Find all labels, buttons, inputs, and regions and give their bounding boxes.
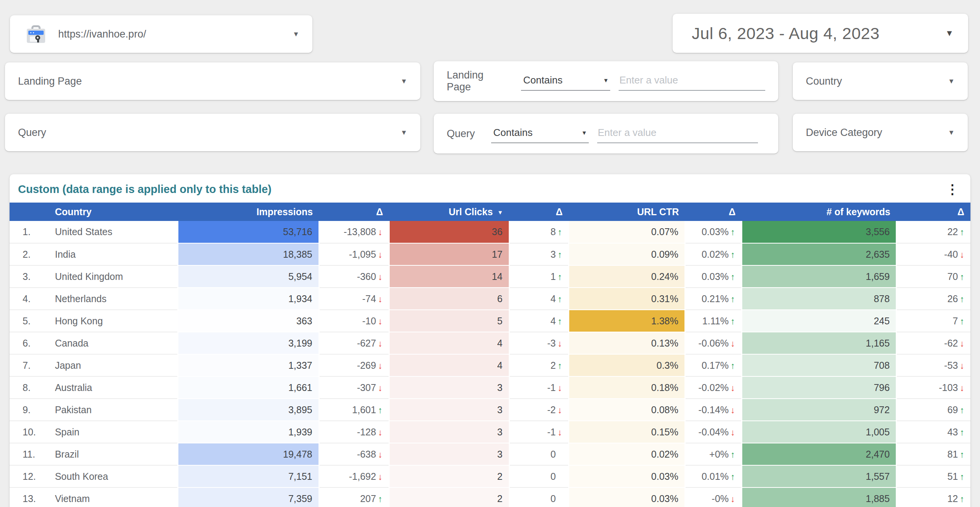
url-ctr-delta-cell: -0.14%↓ [685, 399, 742, 421]
query-condition-filter: Query Contains ▼ [434, 114, 778, 154]
table-row[interactable]: 12.South Korea7,151-1,692↓20↑0.03%0.01%↑… [10, 465, 970, 487]
search-console-icon [27, 25, 45, 43]
landing-page-operator-select[interactable]: Contains ▼ [521, 72, 610, 91]
url-clicks-delta-cell: -2↓ [509, 399, 569, 421]
table-header-row: Country Impressions Δ Url Clicks▼ Δ URL … [10, 203, 970, 221]
url-clicks-delta-cell: -1↓ [509, 421, 569, 443]
query-value-input[interactable] [597, 124, 758, 143]
keywords-delta-cell: 81↑ [897, 443, 970, 465]
url-clicks-delta-cell: -3↓ [509, 332, 569, 354]
impressions-delta-cell: -360↓ [319, 265, 389, 288]
landing-page-value-input[interactable] [619, 72, 765, 91]
url-clicks-cell: 17 [389, 243, 509, 265]
keywords-delta-cell: -103↓ [897, 376, 970, 399]
url-ctr-cell: 0.13% [569, 332, 685, 354]
url-clicks-delta-cell: 8↑ [509, 221, 569, 243]
landing-page-condition-filter: Landing Page Contains ▼ [434, 61, 778, 101]
table-row[interactable]: 3.United Kingdom5,954-360↓141↑0.24%0.03%… [10, 265, 970, 288]
table-row[interactable]: 5.Hong Kong363-10↓54↑1.38%1.11%↑2457↑ [10, 310, 970, 332]
query-operator-select[interactable]: Contains ▼ [491, 124, 589, 143]
url-ctr-delta-cell: 0.03%↑ [685, 265, 742, 288]
up-arrow-icon: ↑ [378, 494, 382, 504]
rank-cell: 6. [10, 332, 52, 354]
device-category-dropdown[interactable]: Device Category ▼ [793, 114, 968, 151]
rank-cell: 3. [10, 265, 52, 288]
header-url-ctr-delta[interactable]: Δ [685, 203, 742, 221]
header-url-ctr[interactable]: URL CTR [569, 203, 685, 221]
up-arrow-icon: ↑ [960, 472, 965, 482]
header-url-clicks[interactable]: Url Clicks▼ [389, 203, 509, 221]
down-arrow-icon: ↓ [960, 250, 965, 260]
url-clicks-delta-cell: 1↑ [509, 265, 569, 288]
url-ctr-delta-cell: -0.02%↓ [685, 376, 742, 399]
header-keywords[interactable]: # of keywords [742, 203, 897, 221]
query-dropdown[interactable]: Query ▼ [5, 114, 420, 151]
header-country[interactable]: Country [52, 203, 178, 221]
impressions-cell: 7,151 [178, 465, 319, 487]
landing-page-dropdown[interactable]: Landing Page ▼ [5, 62, 420, 100]
up-arrow-icon: ↑ [731, 361, 735, 371]
table-title: Custom (data range is applied only to th… [18, 183, 271, 196]
table-row[interactable]: 4.Netherlands1,934-74↓64↑0.31%0.21%↑8782… [10, 288, 970, 310]
table-row[interactable]: 10.Spain1,939-128↓3-1↓0.15%-0.04%↓1,0054… [10, 421, 970, 443]
header-keywords-delta[interactable]: Δ [897, 203, 970, 221]
site-selector-dropdown[interactable]: https://ivanhoe.pro/ ▼ [10, 15, 312, 53]
table-row[interactable]: 13.Vietnam7,359207↑20↑0.03%-0%↓1,88512↑ [10, 487, 970, 507]
table-row[interactable]: 7.Japan1,337-269↓42↑0.3%0.17%↑708-53↓ [10, 354, 970, 376]
country-dropdown[interactable]: Country ▼ [793, 62, 968, 100]
url-ctr-cell: 0.09% [569, 243, 685, 265]
up-arrow-icon: ↑ [558, 227, 562, 237]
url-clicks-cell: 3 [389, 399, 509, 421]
keywords-cell: 796 [742, 376, 897, 399]
down-arrow-icon: ↓ [731, 494, 735, 504]
device-category-dropdown-label: Device Category [806, 127, 882, 139]
table-row[interactable]: 8.Australia1,661-307↓3-1↓0.18%-0.02%↓796… [10, 376, 970, 399]
up-arrow-icon: ↑ [558, 316, 562, 326]
country-cell: United Kingdom [52, 265, 178, 288]
impressions-delta-cell: -307↓ [319, 376, 389, 399]
up-arrow-icon: ↑ [558, 361, 562, 371]
url-ctr-cell: 0.03% [569, 487, 685, 507]
rank-cell: 5. [10, 310, 52, 332]
keywords-delta-cell: -62↓ [897, 332, 970, 354]
keywords-delta-cell: 43↑ [897, 421, 970, 443]
table-row[interactable]: 6.Canada3,199-627↓4-3↓0.13%-0.06%↓1,165-… [10, 332, 970, 354]
up-arrow-icon: ↑ [960, 272, 965, 282]
rank-cell: 7. [10, 354, 52, 376]
header-impressions[interactable]: Impressions [178, 203, 319, 221]
table-row[interactable]: 11.Brazil19,478-638↓30↑0.02%+0%↑2,47081↑ [10, 443, 970, 465]
country-dropdown-label: Country [806, 75, 842, 87]
table-row[interactable]: 1.United States53,716-13,808↓368↑0.07%0.… [10, 221, 970, 243]
impressions-delta-cell: -638↓ [319, 443, 389, 465]
keywords-delta-cell: 7↑ [897, 310, 970, 332]
country-cell: Netherlands [52, 288, 178, 310]
landing-page-dropdown-label: Landing Page [18, 75, 82, 87]
table-row[interactable]: 2.India18,385-1,095↓173↑0.09%0.02%↑2,635… [10, 243, 970, 265]
header-impressions-delta[interactable]: Δ [319, 203, 389, 221]
landing-page-condition-label: Landing Page [447, 69, 505, 93]
url-clicks-delta-cell: 4↑ [509, 288, 569, 310]
down-arrow-icon: ↓ [378, 427, 382, 437]
up-arrow-icon: ↑ [960, 227, 965, 237]
operator-value: Contains [493, 127, 533, 139]
keywords-cell: 1,557 [742, 465, 897, 487]
keywords-delta-cell: 12↑ [897, 487, 970, 507]
date-range-picker[interactable]: Jul 6, 2023 - Aug 4, 2023 ▼ [673, 14, 968, 53]
url-clicks-delta-cell: 0↑ [509, 443, 569, 465]
url-ctr-cell: 0.24% [569, 265, 685, 288]
url-clicks-cell: 14 [389, 265, 509, 288]
url-ctr-delta-cell: 1.11%↑ [685, 310, 742, 332]
more-options-icon[interactable]: ⋮ [943, 183, 962, 196]
table-row[interactable]: 9.Pakistan3,8951,601↑3-2↓0.08%-0.14%↓972… [10, 399, 970, 421]
country-cell: Vietnam [52, 487, 178, 507]
keywords-delta-cell: 26↑ [897, 288, 970, 310]
url-clicks-delta-cell: 4↑ [509, 310, 569, 332]
header-url-clicks-delta[interactable]: Δ [509, 203, 569, 221]
url-ctr-delta-cell: +0%↑ [685, 443, 742, 465]
up-arrow-icon: ↑ [731, 250, 735, 260]
country-cell: Hong Kong [52, 310, 178, 332]
impressions-cell: 1,661 [178, 376, 319, 399]
up-arrow-icon: ↑ [731, 472, 735, 482]
up-arrow-icon: ↑ [960, 494, 965, 504]
url-clicks-cell: 2 [389, 487, 509, 507]
